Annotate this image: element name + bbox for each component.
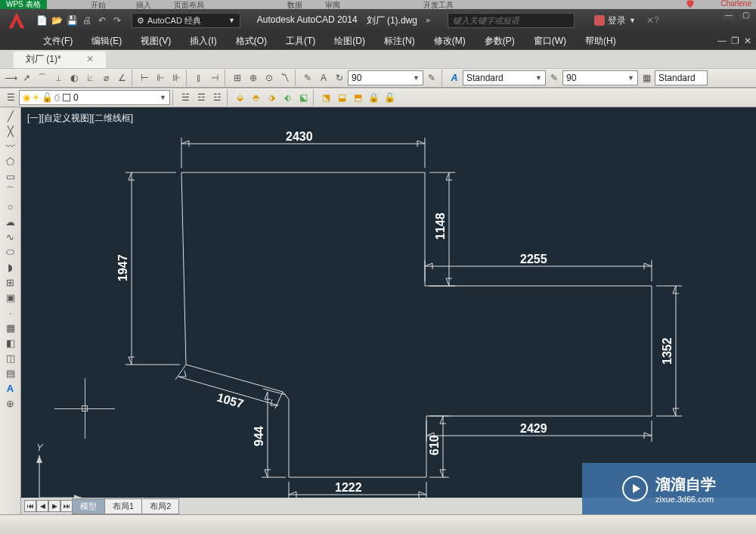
tab-layout2[interactable]: 布局2 bbox=[141, 498, 179, 514]
text-style-dropdown[interactable]: Standard ▼ bbox=[463, 70, 546, 85]
tab-first-icon[interactable]: ⏮ bbox=[24, 500, 36, 512]
layer-off-icon[interactable]: ⬖ bbox=[280, 90, 295, 105]
redo-icon[interactable]: ↷ bbox=[110, 14, 124, 27]
menu-draw[interactable]: 绘图(D) bbox=[326, 33, 373, 50]
inspect-icon[interactable]: ⊙ bbox=[262, 70, 277, 85]
layer-freeze-icon[interactable]: ⬗ bbox=[264, 90, 279, 105]
dim-style-icon[interactable]: ✎ bbox=[424, 70, 439, 85]
menu-format[interactable]: 格式(O) bbox=[228, 33, 275, 50]
dim-value2-dropdown[interactable]: 90 ▼ bbox=[562, 70, 638, 85]
mtext-icon[interactable]: A bbox=[3, 381, 18, 395]
text-style-A-icon[interactable]: A bbox=[447, 70, 462, 85]
dim-arc-icon[interactable]: ⌒ bbox=[35, 70, 50, 85]
open-icon[interactable]: 📂 bbox=[50, 14, 64, 27]
tab-last-icon[interactable]: ⏭ bbox=[60, 500, 73, 512]
layer-lock-icon[interactable]: 🔒 bbox=[366, 90, 381, 105]
dim-linear-icon[interactable]: ⟶ bbox=[3, 70, 18, 85]
dim-radius-icon[interactable]: ◐ bbox=[67, 70, 82, 85]
hatch-icon[interactable]: ▦ bbox=[3, 321, 18, 334]
minimize-button[interactable]: — bbox=[723, 9, 735, 20]
layer-props-icon[interactable]: ☰ bbox=[3, 90, 18, 105]
dim-edit-icon[interactable]: ✎ bbox=[300, 70, 315, 85]
document-tab[interactable]: 刘厂 (1)* ✕ bbox=[14, 51, 106, 68]
new-icon[interactable]: 📄 bbox=[35, 14, 48, 27]
dim-text-edit-icon[interactable]: A bbox=[316, 70, 331, 85]
dim-style-icon-2[interactable]: ✎ bbox=[547, 70, 562, 85]
layer-on-icon[interactable]: ⬕ bbox=[296, 90, 311, 105]
jogged-linear-icon[interactable]: 〽 bbox=[277, 70, 293, 85]
doc-minimize-icon[interactable]: — bbox=[717, 36, 727, 46]
dim-space-icon[interactable]: ⫿ bbox=[191, 70, 206, 85]
table-icon[interactable]: ▤ bbox=[3, 366, 18, 380]
undo-icon[interactable]: ↶ bbox=[95, 14, 109, 27]
login-button[interactable]: 登录 ▼ bbox=[594, 14, 636, 27]
spline-icon[interactable]: ∿ bbox=[3, 230, 18, 244]
circle-icon[interactable]: ○ bbox=[3, 200, 18, 213]
dim-diameter-icon[interactable]: ⌀ bbox=[98, 70, 113, 85]
point-icon[interactable]: · bbox=[3, 306, 18, 319]
menu-file[interactable]: 文件(F) bbox=[35, 33, 81, 50]
xline-icon[interactable]: ╳ bbox=[3, 124, 18, 138]
help-icon[interactable]: ? bbox=[654, 15, 659, 26]
line-icon[interactable]: ╱ bbox=[3, 109, 18, 123]
dim-value-dropdown[interactable]: 90 ▼ bbox=[348, 70, 423, 85]
close-tab-icon[interactable]: ✕ bbox=[86, 54, 94, 64]
dim-jogged-icon[interactable]: ⟀ bbox=[82, 70, 98, 85]
dim-baseline-icon[interactable]: ⊩ bbox=[153, 70, 168, 85]
dim-quick-icon[interactable]: ⊢ bbox=[137, 70, 152, 85]
menu-insert[interactable]: 插入(I) bbox=[181, 33, 225, 50]
layer-del-icon[interactable]: ⬒ bbox=[350, 90, 365, 105]
menu-window[interactable]: 窗口(W) bbox=[525, 33, 575, 50]
doc-restore-icon[interactable]: ❐ bbox=[731, 36, 739, 46]
table-style-dropdown[interactable]: Standard bbox=[655, 70, 708, 85]
doc-close-icon[interactable]: ✕ bbox=[744, 36, 751, 46]
insert-block-icon[interactable]: ⊞ bbox=[3, 275, 18, 289]
dim-aligned-icon[interactable]: ↗ bbox=[19, 70, 34, 85]
menu-dim[interactable]: 标注(N) bbox=[376, 33, 423, 50]
menu-view[interactable]: 视图(V) bbox=[132, 33, 179, 50]
chevron-right-icon[interactable]: ▸ bbox=[426, 14, 431, 27]
center-mark-icon[interactable]: ⊕ bbox=[246, 70, 261, 85]
layer-walk-icon[interactable]: ⬘ bbox=[248, 90, 263, 105]
print-icon[interactable]: 🖨 bbox=[80, 14, 94, 27]
layer-copy-icon[interactable]: ⬓ bbox=[334, 90, 349, 105]
dim-break-icon[interactable]: ⊣ bbox=[207, 70, 222, 85]
menu-param[interactable]: 参数(P) bbox=[476, 33, 523, 50]
layer-state-icon[interactable]: ☱ bbox=[178, 90, 193, 105]
menu-edit[interactable]: 编辑(E) bbox=[83, 33, 130, 50]
workspace-selector[interactable]: ⚙ AutoCAD 经典 ▼ bbox=[132, 13, 240, 28]
tab-next-icon[interactable]: ▶ bbox=[48, 500, 60, 512]
dim-ordinate-icon[interactable]: ⟂ bbox=[51, 70, 66, 85]
table-style-icon[interactable]: ▦ bbox=[639, 70, 654, 85]
menu-modify[interactable]: 修改(M) bbox=[426, 33, 474, 50]
menu-tools[interactable]: 工具(T) bbox=[277, 33, 324, 50]
make-block-icon[interactable]: ▣ bbox=[3, 290, 18, 304]
tab-prev-icon[interactable]: ◀ bbox=[36, 500, 48, 512]
tolerance-icon[interactable]: ⊞ bbox=[230, 70, 245, 85]
addselected-icon[interactable]: ⊕ bbox=[3, 396, 18, 410]
drawing-canvas[interactable]: [一][自定义视图][二维线框] 2430 1947 1148 bbox=[21, 107, 756, 498]
autocad-logo-icon[interactable] bbox=[3, 10, 30, 31]
polygon-icon[interactable]: ⬠ bbox=[3, 154, 18, 168]
dim-update-icon[interactable]: ↻ bbox=[332, 70, 347, 85]
layer-iso-icon[interactable]: ☲ bbox=[194, 90, 209, 105]
tab-layout1[interactable]: 布局1 bbox=[104, 498, 142, 514]
dim-angular-icon[interactable]: ∠ bbox=[114, 70, 129, 85]
revcloud-icon[interactable]: ☁ bbox=[3, 215, 18, 228]
layer-make-icon[interactable]: ⬔ bbox=[318, 90, 333, 105]
polyline-icon[interactable]: 〰 bbox=[3, 139, 18, 153]
dim-continue-icon[interactable]: ⊪ bbox=[169, 70, 184, 85]
menu-help[interactable]: 帮助(H) bbox=[577, 33, 624, 50]
exchange-icon[interactable]: ✕ bbox=[646, 15, 654, 26]
rectangle-icon[interactable]: ▭ bbox=[3, 169, 18, 183]
layer-unlock-icon[interactable]: 🔓 bbox=[382, 90, 397, 105]
ellipse-icon[interactable]: ⬭ bbox=[3, 245, 18, 259]
ellipse-arc-icon[interactable]: ◗ bbox=[3, 260, 18, 274]
tab-model[interactable]: 模型 bbox=[72, 498, 105, 514]
layer-match-icon[interactable]: ⬙ bbox=[232, 90, 247, 105]
region-icon[interactable]: ◫ bbox=[3, 351, 18, 365]
maximize-button[interactable]: ▢ bbox=[739, 9, 751, 20]
layer-prev-icon[interactable]: ☳ bbox=[209, 90, 225, 105]
save-icon[interactable]: 💾 bbox=[65, 14, 79, 27]
layer-dropdown[interactable]: ◉ ☀ 🔓 ⎙ 0 ▼ bbox=[19, 90, 170, 105]
